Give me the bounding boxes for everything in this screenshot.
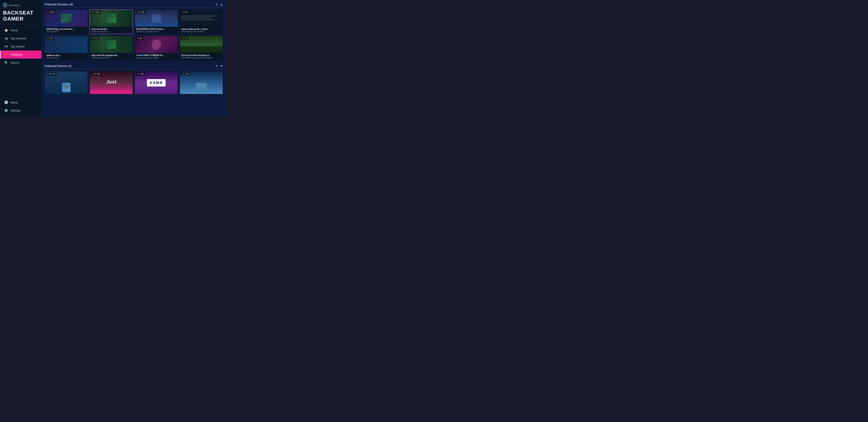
- sidebar-item-about[interactable]: ℹ️ About: [0, 98, 41, 107]
- game-card-4[interactable]: 👁 3 604: [180, 71, 223, 94]
- settings-icon: ⚙️: [4, 109, 8, 112]
- user-header: 👤 lavandil_tv: [0, 0, 41, 9]
- nav-home-label: Home: [10, 29, 18, 32]
- game-card-3[interactable]: ASMR 👁 2 822: [134, 71, 178, 94]
- viewer-count-5: 👁 249: [46, 37, 54, 40]
- viewer-count-4: 👁 378: [181, 11, 189, 14]
- username-label: lavandil_tv: [9, 4, 20, 7]
- game-thumbnail-3: ASMR 👁 2 822: [135, 71, 178, 94]
- followed-streams-actions: ↻ ▲: [216, 3, 223, 6]
- followed-streams-title: Followed Streams (8): [44, 3, 73, 6]
- stream-card-2[interactable]: 👁 1 600 shot red stream Daxak playing Do…: [90, 9, 133, 34]
- viewer-count-3: 👁 1 130: [136, 11, 146, 14]
- viewer-count-7: 👁 98: [136, 37, 143, 40]
- sidebar-item-home[interactable]: 🏠 Home: [0, 26, 41, 34]
- stream-info-2: shot red stream Daxak playing Dota 2: [90, 27, 133, 34]
- stream-card-3[interactable]: 👁 1 130 [RU] RERUN | DOTA Summ... dota2m…: [134, 9, 178, 34]
- game-thumbnail-2: Just 👁 87 609: [90, 71, 133, 94]
- eye-icon-5: 👁: [47, 37, 49, 39]
- followed-games-actions: ↻ ▼: [216, 64, 223, 68]
- nav-settings-label: Settings: [10, 109, 21, 112]
- expand-games-button[interactable]: ▼: [220, 64, 223, 68]
- game-eye-icon-2: 👁: [92, 73, 94, 75]
- stream-info-1: NIHAO (Paty mm) smotrim ... playing Dota…: [45, 27, 88, 34]
- stream-card-6[interactable]: 👁 119 top1 husk db /продам акк... fulhau…: [90, 36, 133, 60]
- game-card-1[interactable]: 🎮 👁 44 725: [44, 71, 88, 94]
- stream-title-6: top1 husk db /продам акк...: [91, 54, 131, 56]
- sidebar: 👤 lavandil_tv BACKSEAT GAMER 🏠 Home 📹 To…: [0, 0, 41, 117]
- home-icon: 🏠: [4, 28, 8, 32]
- stream-thumbnail-4: 👁 378: [180, 10, 223, 27]
- stream-info-8: 20 часов Death Stranding н... AlinaRinRi…: [180, 53, 223, 60]
- viewer-count-8: 👁 52: [181, 37, 188, 40]
- eye-icon-8: 👁: [182, 37, 184, 39]
- followed-games-grid: 🎮 👁 44 725 Just: [44, 71, 223, 94]
- stream-card-4[interactable]: 👁 378 качаю мейн до 8к + попуг... y0nd p…: [180, 9, 223, 34]
- viewer-count-2: 👁 1 600: [91, 11, 100, 14]
- stream-meta-2: Daxak playing Dota 2: [91, 31, 131, 33]
- stream-title-2: shot red stream: [91, 28, 131, 30]
- viewer-count-6: 👁 119: [91, 37, 99, 40]
- sidebar-item-search[interactable]: 🔍 Search: [0, 59, 41, 67]
- collapse-streams-button[interactable]: ▲: [220, 3, 223, 6]
- main-content: Followed Streams (8) ↻ ▲ 👁 3 022: [41, 0, 226, 117]
- sidebar-item-top-games[interactable]: 🎮 Top Games: [0, 42, 41, 51]
- stream-info-4: качаю мейн до 8к + попуг... y0nd playing…: [180, 27, 223, 34]
- stream-info-7: rerun💙NEXT STREAM 15,... asmr_kotya play…: [135, 53, 178, 60]
- stream-card-5[interactable]: 👁 249 зване на кор ... playing Dota 2: [44, 36, 88, 60]
- nav-about-label: About: [10, 101, 18, 104]
- game-card-2[interactable]: Just 👁 87 609: [90, 71, 133, 94]
- sidebar-spacer: [0, 67, 41, 98]
- game-viewer-count-1: 👁 44 725: [46, 72, 57, 76]
- app-title: BACKSEAT GAMER: [3, 10, 38, 22]
- game-trust-text: Just: [106, 79, 116, 85]
- stream-info-5: зване на кор ... playing Dota 2: [45, 53, 88, 60]
- stream-title-5: зване на кор ...: [46, 54, 86, 56]
- refresh-streams-button[interactable]: ↻: [216, 3, 218, 6]
- game-viewer-count-4: 👁 3 604: [181, 72, 190, 76]
- sidebar-bottom: ℹ️ About ⚙️ Settings: [0, 98, 41, 117]
- game-thumbnail-4: 👁 3 604: [180, 71, 223, 94]
- chat-line-3: [181, 19, 215, 20]
- followed-games-header: Followed Games (4) ↻ ▼: [44, 64, 223, 69]
- refresh-games-button[interactable]: ↻: [216, 64, 218, 68]
- stream-thumbnail-3: 👁 1 130: [135, 10, 178, 27]
- stream-title-3: [RU] RERUN | DOTA Summ...: [136, 28, 176, 30]
- stream-thumbnail-5: 👁 249: [45, 36, 88, 53]
- top-games-icon: 🎮: [4, 44, 8, 48]
- stream-title-7: rerun💙NEXT STREAM 15,...: [136, 54, 176, 57]
- stream-meta-3: dota2mc_ru playing Dota 2: [136, 31, 176, 33]
- stream-meta-6: fulhauz playing Dota 2: [91, 57, 131, 59]
- stream-meta-8: AlinaRinRin playing Death Stranding: [181, 57, 221, 59]
- stream-meta-7: asmr_kotya playing ASMR: [136, 57, 176, 59]
- stream-thumbnail-8: 👁 52: [180, 36, 223, 53]
- stream-title-1: NIHAO (Paty mm) smotrim ...: [46, 28, 86, 30]
- app-title-area: BACKSEAT GAMER: [0, 9, 41, 25]
- stream-title-4: качаю мейн до 8к + попуг...: [181, 28, 221, 30]
- stream-info-6: top1 husk db /продам акк... fulhauz play…: [90, 53, 133, 60]
- viewer-count-1: 👁 3 022: [46, 11, 55, 14]
- followed-streams-header: Followed Streams (8) ↻ ▲: [44, 3, 223, 7]
- sidebar-item-settings[interactable]: ⚙️ Settings: [0, 107, 41, 115]
- nav-top-streams-label: Top Streams: [10, 37, 26, 40]
- followed-streams-grid: 👁 3 022 NIHAO (Paty mm) smotrim ... play…: [44, 9, 223, 60]
- game-eye-icon-4: 👁: [182, 73, 184, 75]
- chat-line-1: [181, 16, 217, 17]
- stream-meta-1: playing Dota 2: [46, 31, 86, 33]
- stream-meta-5: playing Dota 2: [46, 57, 86, 59]
- nav-following-label: Following: [10, 53, 22, 56]
- eye-icon-6: 👁: [92, 37, 94, 39]
- user-avatar-icon: 👤: [3, 3, 7, 7]
- chat-line-2: [181, 17, 211, 19]
- top-streams-icon: 📹: [4, 36, 8, 40]
- stream-card-1[interactable]: 👁 3 022 NIHAO (Paty mm) smotrim ... play…: [44, 9, 88, 34]
- eye-icon-1: 👁: [47, 11, 49, 13]
- game-thumbnail-1: 🎮 👁 44 725: [45, 71, 88, 94]
- sidebar-item-following[interactable]: ❤️ Following: [0, 51, 41, 59]
- stream-card-8[interactable]: 👁 52 20 часов Death Stranding н... Alina…: [180, 36, 223, 60]
- eye-icon-4: 👁: [182, 11, 184, 13]
- stream-title-8: 20 часов Death Stranding н...: [181, 54, 221, 56]
- stream-thumbnail-1: 👁 3 022: [45, 10, 88, 27]
- sidebar-item-top-streams[interactable]: 📹 Top Streams: [0, 34, 41, 42]
- stream-card-7[interactable]: 👁 98 rerun💙NEXT STREAM 15,... asmr_kotya…: [134, 36, 178, 60]
